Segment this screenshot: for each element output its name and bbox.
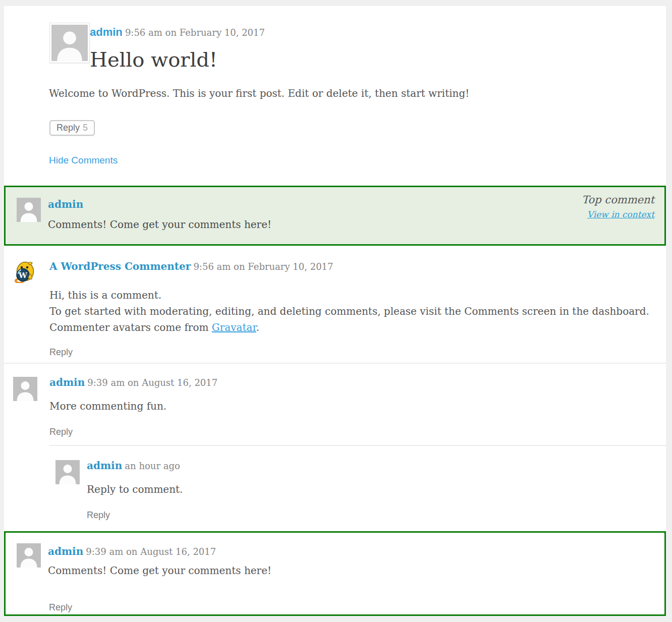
comment-reply-link[interactable]: Reply xyxy=(87,510,110,521)
comment-byline: A WordPress Commenter 9:56 am on Februar… xyxy=(49,260,656,274)
post-title: Hello world! xyxy=(90,47,656,72)
comment-reply-link[interactable]: Reply xyxy=(49,347,73,358)
comment-author-link[interactable]: A WordPress Commenter xyxy=(49,260,191,272)
comment-reply-link[interactable]: Reply xyxy=(49,602,72,613)
post-reply-count: 5 xyxy=(83,123,88,133)
comment-text-line: Commenter avatars come from Gravatar. xyxy=(49,319,656,335)
comment-byline: admin an hour ago xyxy=(87,459,656,473)
comment-text-line: To get started with moderating, editing,… xyxy=(49,303,656,319)
comment-text: More commenting fun. xyxy=(49,398,656,414)
comment-reply-link[interactable]: Reply xyxy=(49,427,73,437)
post-body-text: Welcome to WordPress. This is your first… xyxy=(49,86,646,101)
comment-timestamp: 9:39 am on August 16, 2017 xyxy=(87,377,217,388)
post-header-text: admin 9:56 am on February 10, 2017 Hello… xyxy=(90,23,656,72)
top-comment-avatar xyxy=(17,198,41,222)
wapuu-avatar-icon: W xyxy=(13,261,35,283)
hide-comments-link[interactable]: Hide Comments xyxy=(49,155,118,166)
post-author-avatar xyxy=(49,23,90,63)
comment-byline: admin 9:39 am on August 16, 2017 xyxy=(48,545,216,559)
post-byline: admin 9:56 am on February 10, 2017 xyxy=(90,26,656,40)
post-reply-button-label: Reply xyxy=(57,123,80,133)
user-silhouette-icon xyxy=(55,460,80,484)
commenter-avatar: W xyxy=(13,261,35,283)
comment-admin-more-fun: admin 9:39 am on August 16, 2017 More co… xyxy=(13,376,656,437)
user-silhouette-icon xyxy=(51,25,88,61)
top-comment-right-panel: Top comment View in context xyxy=(582,194,654,219)
user-silhouette-icon xyxy=(13,377,37,401)
comment-admin-nested-reply: admin an hour ago Reply to comment. Repl… xyxy=(55,459,656,521)
comment-text-line: Hi, this is a comment. xyxy=(49,287,656,303)
user-silhouette-icon xyxy=(17,543,41,568)
comment-divider xyxy=(4,363,666,364)
comment-text: Reply to comment. xyxy=(87,481,656,497)
comment-timestamp: 9:39 am on August 16, 2017 xyxy=(86,546,216,557)
top-comment-box: admin Comments! Come get your comments h… xyxy=(4,186,666,246)
comment-content: admin 9:39 am on August 16, 2017 More co… xyxy=(49,376,656,437)
comment-content: A WordPress Commenter 9:56 am on Februar… xyxy=(49,260,656,358)
svg-text:W: W xyxy=(18,271,28,280)
comment-author-link[interactable]: admin xyxy=(48,545,83,557)
commenter-avatar xyxy=(55,460,80,484)
gravatar-link[interactable]: Gravatar xyxy=(212,321,256,333)
comment-timestamp: 9:56 am on February 10, 2017 xyxy=(193,261,333,272)
top-comment-badge: Top comment xyxy=(582,194,654,206)
nested-comment-divider xyxy=(49,445,666,446)
comment-timestamp: an hour ago xyxy=(125,461,180,471)
commenter-avatar xyxy=(17,543,41,568)
comment-text: Hi, this is a comment. To get started wi… xyxy=(49,287,656,335)
highlighted-comment-box: admin 9:39 am on August 16, 2017 Comment… xyxy=(4,531,666,616)
comment-author-link[interactable]: admin xyxy=(87,460,122,472)
top-comment-author-link[interactable]: admin xyxy=(48,198,83,210)
view-in-context-link[interactable]: View in context xyxy=(587,209,654,219)
post-reply-button[interactable]: Reply5 xyxy=(49,120,95,136)
top-comment-text: Comments! Come get your comments here! xyxy=(48,218,271,231)
user-silhouette-icon xyxy=(17,198,41,222)
post-author-link[interactable]: admin xyxy=(90,26,123,38)
comment-author-link[interactable]: admin xyxy=(49,376,85,388)
comment-wordpress-commenter: W A WordPress Commenter 9:56 am on Febru… xyxy=(13,260,656,358)
comment-content: admin an hour ago Reply to comment. Repl… xyxy=(87,459,656,521)
comment-text: Comments! Come get your comments here! xyxy=(48,564,271,577)
post-card: admin 9:56 am on February 10, 2017 Hello… xyxy=(4,6,666,616)
post-timestamp: 9:56 am on February 10, 2017 xyxy=(125,27,265,38)
post-header: admin 9:56 am on February 10, 2017 Hello… xyxy=(49,23,656,72)
commenter-avatar xyxy=(13,377,37,401)
comment-byline: admin 9:39 am on August 16, 2017 xyxy=(49,376,656,390)
